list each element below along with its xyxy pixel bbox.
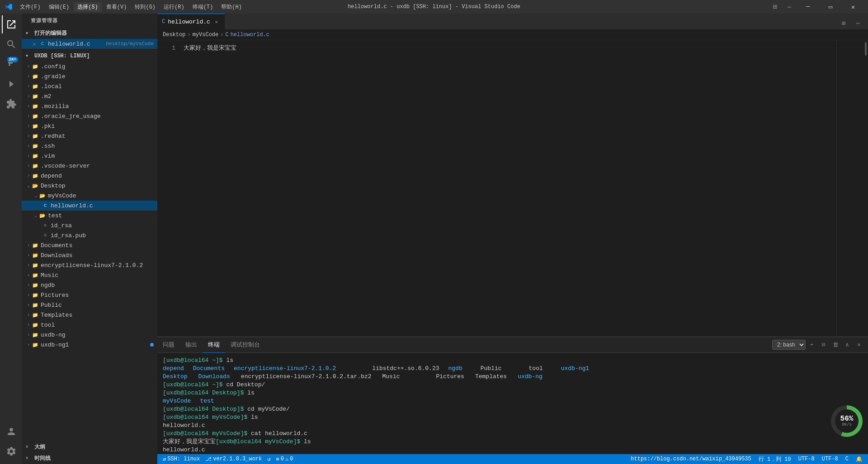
scrollbar-vertical[interactable]: [863, 40, 868, 337]
panel-tab-output[interactable]: 输出: [180, 337, 203, 353]
explorer-section-header[interactable]: ▾ UXDB [SSH: LINUX]: [22, 51, 157, 61]
breadcrumb-myVsCode[interactable]: myVsCode: [193, 32, 219, 38]
folder-open-icon: 📂: [39, 192, 46, 199]
menu-goto[interactable]: 转到(G): [131, 2, 159, 12]
menu-edit[interactable]: 编辑(E): [45, 2, 73, 12]
maximize-button[interactable]: ▭: [820, 0, 841, 14]
folder-mozilla[interactable]: › 📁 .mozilla: [22, 101, 157, 111]
folder-icon: 📁: [32, 93, 39, 100]
terminal-line-4: [uxdb@local64 ~]$ cd Desktop/: [163, 381, 863, 389]
status-language[interactable]: C: [844, 454, 850, 464]
open-file-helloworld[interactable]: ✕ C helloworld.c Desktop/myVsCode: [22, 39, 157, 49]
tab-close-button[interactable]: ✕: [213, 18, 220, 25]
timeline-section-header[interactable]: › 时间线: [22, 453, 157, 464]
status-encoding[interactable]: UTF-8: [797, 454, 816, 464]
close-button[interactable]: ✕: [843, 0, 863, 14]
folder-public[interactable]: › 📁 Public: [22, 300, 157, 310]
menu-run[interactable]: 运行(R): [160, 2, 188, 12]
folder-documents[interactable]: › 📁 Documents: [22, 240, 157, 250]
new-terminal-button[interactable]: +: [807, 339, 817, 350]
folder-icon: 📁: [32, 122, 39, 130]
folder-pictures[interactable]: › 📁 Pictures: [22, 290, 157, 300]
activity-accounts[interactable]: [2, 422, 20, 441]
folder-m2[interactable]: › 📁 .m2: [22, 91, 157, 101]
folder-config[interactable]: › 📁 .config: [22, 61, 157, 71]
tab-helloworld[interactable]: C helloworld.c ✕: [157, 14, 225, 29]
folder-test[interactable]: ⌄ 📂 test: [22, 211, 157, 220]
progress-label: OK/s: [840, 422, 854, 427]
status-eol[interactable]: UTF-8: [820, 454, 840, 464]
terminal-selector[interactable]: 2: bash: [772, 340, 806, 350]
folder-ssh[interactable]: › 📁 .ssh: [22, 141, 157, 151]
split-terminal-button[interactable]: ⊟: [818, 339, 829, 350]
sidebar: 资源管理器 ▾ 打开的编辑器 ✕ C helloworld.c Desktop/…: [22, 14, 157, 464]
menu-select[interactable]: 选择(S): [74, 2, 102, 12]
panel-close-button[interactable]: ✕: [854, 339, 864, 350]
outline-section-header[interactable]: › 大纲: [22, 441, 157, 453]
status-blog-url[interactable]: https://blog.csdn.net/waixip_43949535: [629, 454, 753, 464]
file-id-rsa[interactable]: ≡ id_rsa: [22, 220, 157, 230]
menu-view[interactable]: 查看(V): [103, 2, 131, 12]
folder-music[interactable]: › 📁 Music: [22, 270, 157, 280]
panel-tab-problems[interactable]: 问题: [157, 337, 180, 353]
status-notifications[interactable]: 🔔: [854, 454, 864, 464]
kill-terminal-button[interactable]: 🗑: [830, 339, 841, 350]
activity-search[interactable]: [2, 35, 20, 53]
status-errors[interactable]: ⊗ 0 ⚠ 0: [274, 454, 295, 464]
modified-dot: [150, 343, 154, 347]
menu-terminal[interactable]: 终端(T): [189, 2, 217, 12]
status-line-col[interactable]: 行 1，列 10: [757, 454, 793, 464]
status-branch[interactable]: ⎇ ver2.1.0.3_work: [203, 454, 264, 464]
activity-extensions[interactable]: [2, 95, 20, 113]
minimize-button[interactable]: ─: [797, 0, 818, 14]
folder-tool[interactable]: › 📁 tool: [22, 320, 157, 330]
menu-file[interactable]: 文件(F): [16, 2, 44, 12]
folder-downloads[interactable]: › 📁 Downloads: [22, 250, 157, 260]
window-title: helloworld.c - uxdb [SSH: linux] - Visua…: [348, 4, 520, 10]
file-helloworld-c[interactable]: C helloworld.c: [22, 201, 157, 211]
remote-button[interactable]: ⊞: [769, 0, 781, 13]
folder-uxdb-ng1[interactable]: › 📁 uxdb-ng1: [22, 340, 157, 350]
folder-depend[interactable]: › 📁 depend: [22, 171, 157, 181]
folder-vim[interactable]: › 📁 .vim: [22, 151, 157, 161]
folder-desktop[interactable]: ⌄ 📂 Desktop: [22, 181, 157, 191]
terminal-line-10: [uxdb@local64 myVsCode]$ cat helloworld.…: [163, 430, 863, 438]
terminal-line-8: [uxdb@local64 myVsCode]$ ls: [163, 413, 863, 422]
activity-settings[interactable]: [2, 442, 20, 460]
terminal-line-5: [uxdb@local64 Desktop]$ ls: [163, 389, 863, 397]
breadcrumb-desktop[interactable]: Desktop: [163, 32, 185, 38]
customize-layout-button[interactable]: ⋯: [783, 0, 796, 13]
file-id-rsa-pub[interactable]: ≡ id_rsa.pub: [22, 230, 157, 240]
activity-run[interactable]: [2, 75, 20, 93]
panel-collapse-button[interactable]: ∧: [842, 339, 853, 350]
folder-redhat[interactable]: › 📁 .redhat: [22, 131, 157, 141]
activity-source-control[interactable]: 2K+: [2, 55, 20, 73]
panel-tab-terminal[interactable]: 终端: [203, 337, 225, 353]
folder-myVsCode[interactable]: ⌄ 📂 myVsCode: [22, 191, 157, 201]
close-file-icon[interactable]: ✕: [31, 40, 38, 47]
folder-templates[interactable]: › 📁 Templates: [22, 310, 157, 320]
folder-uxdb-ng[interactable]: › 📁 uxdb-ng: [22, 330, 157, 340]
panel-tabs: 问题 输出 终端 调试控制台 2: bash + ⊟ 🗑 ∧ ✕: [157, 337, 868, 353]
open-editors-header[interactable]: ▾ 打开的编辑器: [22, 28, 157, 39]
menu-help[interactable]: 帮助(H): [217, 2, 245, 12]
explorer-chevron: ▾: [25, 52, 33, 60]
activity-explorer[interactable]: [2, 15, 20, 33]
status-branch-label: ver2.1.0.3_work: [213, 456, 262, 462]
folder-ngdb[interactable]: › 📁 ngdb: [22, 280, 157, 290]
breadcrumb-file[interactable]: helloworld.c: [231, 32, 269, 38]
terminal-content[interactable]: [uxdb@local64 ~]$ ls depend Documents en…: [157, 353, 868, 454]
folder-icon: 📁: [32, 112, 39, 120]
folder-encryptlicense[interactable]: › 📁 encryptlicense-linux7-2.1.0.2: [22, 260, 157, 270]
more-actions-button[interactable]: ⋯: [852, 17, 864, 29]
folder-gradle[interactable]: › 📁 .gradle: [22, 71, 157, 81]
split-editor-button[interactable]: ⊞: [837, 17, 850, 29]
folder-oracle[interactable]: › 📁 .oracle_jre_usage: [22, 111, 157, 121]
folder-local[interactable]: › 📁 .local: [22, 81, 157, 91]
folder-vscode-server[interactable]: › 📁 .vscode-server: [22, 161, 157, 171]
panel-tab-debug[interactable]: 调试控制台: [225, 337, 265, 353]
folder-pki[interactable]: › 📁 .pki: [22, 121, 157, 131]
code-content[interactable]: 大家好，我是宋宝宝: [180, 40, 836, 337]
status-sync[interactable]: ↺: [265, 454, 272, 464]
status-remote[interactable]: ⇄ SSH: linux: [161, 454, 202, 464]
